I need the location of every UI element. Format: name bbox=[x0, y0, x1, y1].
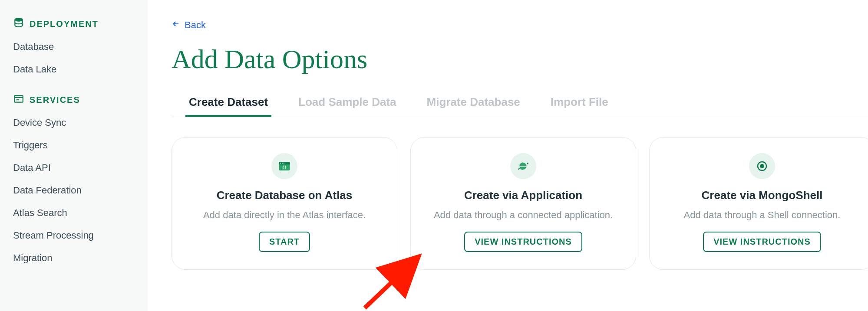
back-label: Back bbox=[185, 20, 206, 31]
section-label: SERVICES bbox=[30, 95, 80, 105]
section-header-deployment: DEPLOYMENT bbox=[13, 17, 135, 31]
svg-point-6 bbox=[284, 163, 284, 164]
svg-point-5 bbox=[282, 163, 283, 164]
card-desc: Add data through a connected application… bbox=[434, 208, 613, 222]
tabs: Create Dataset Load Sample Data Migrate … bbox=[172, 95, 868, 117]
tab-load-sample-data[interactable]: Load Sample Data bbox=[298, 95, 396, 117]
tab-migrate-database[interactable]: Migrate Database bbox=[427, 95, 520, 117]
card-desc: Add data through a Shell connection. bbox=[684, 208, 841, 222]
sidebar-item-data-lake[interactable]: Data Lake bbox=[13, 64, 135, 75]
sidebar-item-data-federation[interactable]: Data Federation bbox=[13, 185, 135, 196]
card-title: Create Database on Atlas bbox=[217, 189, 353, 202]
card-create-via-mongoshell: Create via MongoShell Add data through a… bbox=[649, 137, 868, 270]
services-icon bbox=[13, 93, 24, 107]
sidebar-item-atlas-search[interactable]: Atlas Search bbox=[13, 207, 135, 219]
target-icon bbox=[749, 153, 775, 179]
sidebar-item-migration[interactable]: Migration bbox=[13, 252, 135, 264]
sidebar: DEPLOYMENT Database Data Lake SERVICES D… bbox=[0, 0, 148, 311]
card-title: Create via MongoShell bbox=[702, 189, 823, 202]
sidebar-item-triggers[interactable]: Triggers bbox=[13, 140, 135, 151]
card-desc: Add data directly in the Atlas interface… bbox=[203, 208, 366, 222]
section-header-services: SERVICES bbox=[13, 93, 135, 107]
sidebar-item-data-api[interactable]: Data API bbox=[13, 162, 135, 174]
card-create-on-atlas: {} Create Database on Atlas Add data dir… bbox=[172, 137, 397, 270]
svg-rect-1 bbox=[14, 95, 23, 102]
svg-text:{}: {} bbox=[282, 165, 287, 170]
sidebar-item-device-sync[interactable]: Device Sync bbox=[13, 117, 135, 128]
page-title: Add Data Options bbox=[172, 44, 868, 75]
start-button[interactable]: START bbox=[259, 232, 310, 252]
svg-point-10 bbox=[760, 164, 764, 168]
database-stack-icon bbox=[13, 17, 24, 31]
tab-create-dataset[interactable]: Create Dataset bbox=[189, 95, 268, 117]
svg-point-4 bbox=[280, 163, 281, 164]
tab-import-file[interactable]: Import File bbox=[551, 95, 608, 117]
section-label: DEPLOYMENT bbox=[30, 19, 99, 29]
view-instructions-button[interactable]: VIEW INSTRUCTIONS bbox=[464, 232, 582, 252]
card-create-via-application: Create via Application Add data through … bbox=[410, 137, 636, 270]
card-title: Create via Application bbox=[464, 189, 582, 202]
sidebar-item-stream-processing[interactable]: Stream Processing bbox=[13, 230, 135, 241]
main-content: Back Add Data Options Create Dataset Loa… bbox=[148, 0, 868, 311]
svg-point-0 bbox=[15, 18, 22, 21]
back-link[interactable]: Back bbox=[172, 20, 206, 31]
sidebar-item-database[interactable]: Database bbox=[13, 41, 135, 52]
browser-code-icon: {} bbox=[271, 153, 297, 179]
globe-icon bbox=[510, 153, 536, 179]
arrow-left-icon bbox=[172, 20, 180, 31]
view-instructions-button[interactable]: VIEW INSTRUCTIONS bbox=[703, 232, 821, 252]
cards-row: {} Create Database on Atlas Add data dir… bbox=[172, 137, 868, 270]
